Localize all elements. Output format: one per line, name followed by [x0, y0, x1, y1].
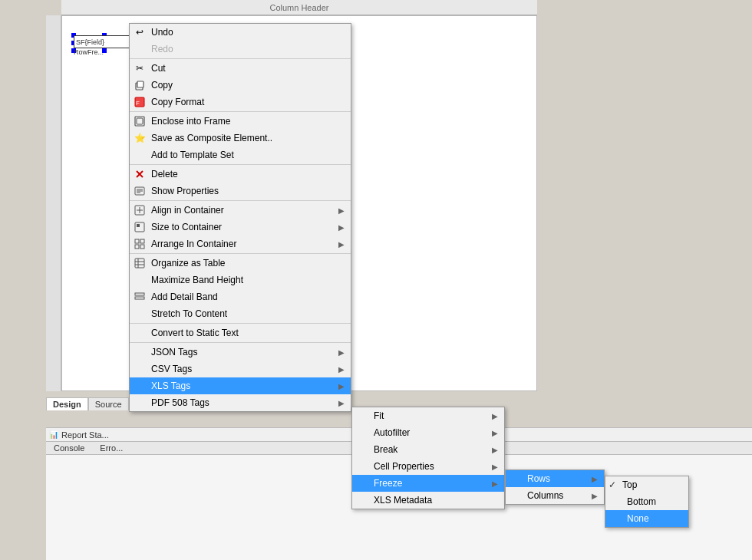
- xls-freeze[interactable]: Freeze ▶: [352, 475, 504, 492]
- tab-errors[interactable]: Erro...: [92, 442, 130, 454]
- arrange-container-arrow: ▶: [338, 240, 345, 249]
- menu-organize-table[interactable]: Organize as Table: [130, 255, 351, 272]
- svg-text:F: F: [136, 100, 140, 107]
- undo-icon: ↩: [133, 25, 147, 39]
- csv-tags-icon: [133, 362, 147, 376]
- menu-json-tags[interactable]: JSON Tags ▶: [130, 344, 351, 361]
- menu-align-container[interactable]: Align in Container ▶: [130, 202, 351, 219]
- copy-format-icon: F: [133, 95, 147, 109]
- report-status-label: Report Sta...: [61, 430, 109, 440]
- freeze-rows[interactable]: Rows ▶: [506, 470, 604, 487]
- svg-rect-19: [135, 245, 139, 249]
- size-container-arrow: ▶: [338, 223, 345, 232]
- menu-show-props[interactable]: Show Properties: [130, 183, 351, 199]
- xls-tags-submenu: Fit ▶ Autofilter ▶ Break ▶ Cell Properti…: [351, 407, 505, 509]
- svg-rect-25: [135, 293, 144, 295]
- menu-save-composite[interactable]: ⭐ Save as Composite Element..: [130, 130, 351, 147]
- menu-redo[interactable]: Redo: [130, 41, 351, 58]
- rows-none[interactable]: None: [605, 510, 688, 527]
- cell-properties-arrow: ▶: [492, 463, 498, 471]
- cut-icon: ✂: [133, 61, 147, 75]
- menu-xls-tags[interactable]: XLS Tags ▶: [130, 377, 351, 394]
- svg-rect-16: [137, 224, 140, 227]
- pdf-tags-arrow: ▶: [338, 399, 345, 407]
- svg-rect-20: [140, 245, 144, 249]
- rows-top[interactable]: ✓ Top: [605, 476, 688, 493]
- json-tags-arrow: ▶: [338, 348, 345, 357]
- freeze-arrow: ▶: [492, 479, 498, 488]
- column-header-label: Column Header: [269, 3, 328, 12]
- align-container-icon: [133, 203, 147, 217]
- rows-submenu: ✓ Top Bottom None: [605, 476, 689, 528]
- menu-arrange-container[interactable]: Arrange In Container ▶: [130, 236, 351, 252]
- menu-cut[interactable]: ✂ Cut: [130, 60, 351, 77]
- autofilter-arrow: ▶: [492, 429, 498, 437]
- tab-design[interactable]: Design: [46, 397, 88, 410]
- svg-rect-1: [137, 81, 143, 87]
- menu-size-container[interactable]: Size to Container ▶: [130, 219, 351, 236]
- svg-rect-5: [137, 118, 143, 124]
- break-arrow: ▶: [492, 446, 498, 454]
- pdf-tags-icon: [133, 396, 147, 410]
- menu-convert-static[interactable]: Convert to Static Text: [130, 324, 351, 341]
- field-element[interactable]: SF{Field}: [74, 35, 134, 48]
- menu-copy-format[interactable]: F Copy Format: [130, 94, 351, 110]
- convert-static-icon: [133, 326, 147, 340]
- menu-add-template[interactable]: Add to Template Set: [130, 147, 351, 163]
- menu-csv-tags[interactable]: CSV Tags ▶: [130, 361, 351, 377]
- redo-icon: [133, 42, 147, 56]
- separator-6: [130, 323, 351, 324]
- menu-add-detail-band[interactable]: Add Detail Band: [130, 288, 351, 305]
- save-composite-icon: ⭐: [133, 131, 147, 145]
- xls-tags-icon: [133, 379, 147, 393]
- separator-4: [130, 200, 351, 201]
- separator-3: [130, 164, 351, 165]
- freeze-submenu: Rows ▶ Columns ▶: [505, 469, 605, 505]
- field-label: SF{Field}: [74, 36, 134, 49]
- menu-undo[interactable]: ↩ Undo: [130, 24, 351, 41]
- separator-1: [130, 58, 351, 59]
- rows-arrow: ▶: [592, 475, 598, 483]
- tab-source[interactable]: Source: [88, 397, 129, 410]
- xls-tags-arrow: ▶: [338, 382, 345, 390]
- align-container-arrow: ▶: [338, 206, 345, 215]
- xls-metadata[interactable]: XLS Metadata: [352, 492, 504, 509]
- add-template-icon: [133, 148, 147, 162]
- bottom-tabs: Design Source: [46, 397, 129, 410]
- enclose-frame-icon: [133, 114, 147, 128]
- svg-rect-21: [135, 259, 144, 268]
- fit-arrow: ▶: [492, 412, 498, 420]
- menu-maximize-band[interactable]: Maximize Band Height: [130, 272, 351, 288]
- json-tags-icon: [133, 345, 147, 359]
- separator-7: [130, 342, 351, 343]
- context-menu: ↩ Undo Redo ✂ Cut Copy F Copy Format Enc…: [129, 23, 351, 412]
- delete-icon: [133, 167, 147, 181]
- xls-break[interactable]: Break ▶: [352, 441, 504, 458]
- menu-enclose-frame[interactable]: Enclose into Frame: [130, 113, 351, 130]
- top-checkmark: ✓: [609, 479, 616, 490]
- xls-autofilter[interactable]: Autofilter ▶: [352, 424, 504, 441]
- csv-tags-arrow: ▶: [338, 365, 345, 374]
- maximize-band-icon: [133, 273, 147, 287]
- arrange-container-icon: [133, 237, 147, 251]
- add-detail-band-icon: [133, 290, 147, 304]
- xls-cell-properties[interactable]: Cell Properties ▶: [352, 458, 504, 475]
- menu-pdf-508-tags[interactable]: PDF 508 Tags ▶: [130, 394, 351, 411]
- field-row-label: RowFre...: [74, 48, 104, 56]
- stretch-content-icon: [133, 307, 147, 321]
- separator-5: [130, 253, 351, 254]
- menu-delete[interactable]: Delete: [130, 166, 351, 183]
- size-container-icon: [133, 220, 147, 234]
- copy-icon: [133, 78, 147, 92]
- organize-table-icon: [133, 256, 147, 270]
- svg-rect-18: [140, 239, 144, 243]
- menu-stretch-content[interactable]: Stretch To Content: [130, 305, 351, 322]
- columns-arrow: ▶: [592, 492, 598, 500]
- show-props-icon: [133, 184, 147, 198]
- tab-console[interactable]: Console: [46, 442, 92, 454]
- ruler-left: [46, 15, 61, 391]
- rows-bottom[interactable]: Bottom: [605, 493, 688, 510]
- menu-copy[interactable]: Copy: [130, 77, 351, 94]
- freeze-columns[interactable]: Columns ▶: [506, 487, 604, 504]
- xls-fit[interactable]: Fit ▶: [352, 407, 504, 424]
